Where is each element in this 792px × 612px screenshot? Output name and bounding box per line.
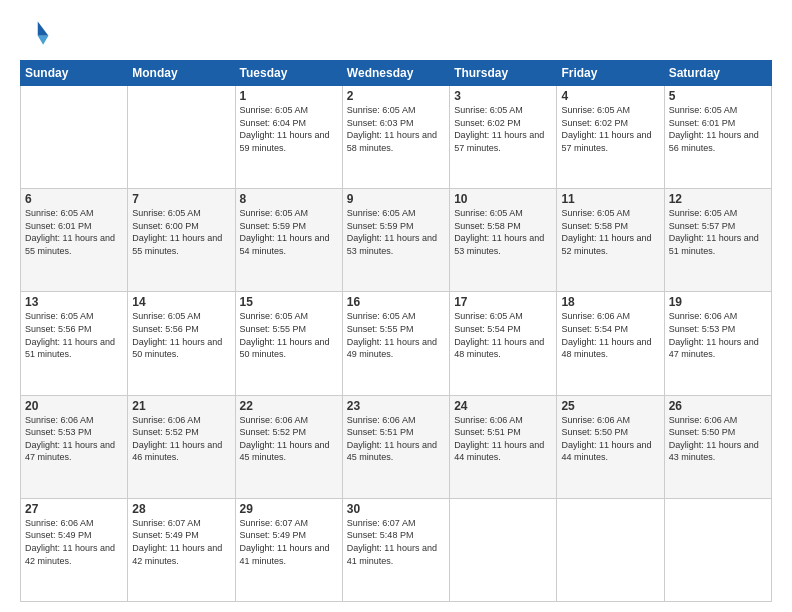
day-number: 24 — [454, 399, 552, 413]
calendar-cell: 24Sunrise: 6:06 AM Sunset: 5:51 PM Dayli… — [450, 395, 557, 498]
logo-icon — [20, 18, 52, 50]
day-number: 21 — [132, 399, 230, 413]
day-number: 11 — [561, 192, 659, 206]
calendar-cell: 11Sunrise: 6:05 AM Sunset: 5:58 PM Dayli… — [557, 189, 664, 292]
calendar-cell: 22Sunrise: 6:06 AM Sunset: 5:52 PM Dayli… — [235, 395, 342, 498]
calendar-cell: 7Sunrise: 6:05 AM Sunset: 6:00 PM Daylig… — [128, 189, 235, 292]
day-info: Sunrise: 6:05 AM Sunset: 6:00 PM Dayligh… — [132, 207, 230, 257]
day-info: Sunrise: 6:06 AM Sunset: 5:53 PM Dayligh… — [25, 414, 123, 464]
calendar-cell: 13Sunrise: 6:05 AM Sunset: 5:56 PM Dayli… — [21, 292, 128, 395]
day-info: Sunrise: 6:06 AM Sunset: 5:50 PM Dayligh… — [669, 414, 767, 464]
day-number: 30 — [347, 502, 445, 516]
day-info: Sunrise: 6:05 AM Sunset: 6:02 PM Dayligh… — [454, 104, 552, 154]
calendar-cell: 20Sunrise: 6:06 AM Sunset: 5:53 PM Dayli… — [21, 395, 128, 498]
calendar-cell: 21Sunrise: 6:06 AM Sunset: 5:52 PM Dayli… — [128, 395, 235, 498]
logo — [20, 18, 56, 50]
day-number: 22 — [240, 399, 338, 413]
day-info: Sunrise: 6:05 AM Sunset: 5:59 PM Dayligh… — [347, 207, 445, 257]
day-number: 1 — [240, 89, 338, 103]
day-info: Sunrise: 6:05 AM Sunset: 6:02 PM Dayligh… — [561, 104, 659, 154]
day-number: 10 — [454, 192, 552, 206]
day-info: Sunrise: 6:05 AM Sunset: 5:56 PM Dayligh… — [132, 310, 230, 360]
day-info: Sunrise: 6:06 AM Sunset: 5:52 PM Dayligh… — [240, 414, 338, 464]
day-number: 7 — [132, 192, 230, 206]
day-number: 17 — [454, 295, 552, 309]
day-info: Sunrise: 6:05 AM Sunset: 6:04 PM Dayligh… — [240, 104, 338, 154]
weekday-header: Thursday — [450, 61, 557, 86]
day-info: Sunrise: 6:05 AM Sunset: 6:03 PM Dayligh… — [347, 104, 445, 154]
day-number: 20 — [25, 399, 123, 413]
day-number: 6 — [25, 192, 123, 206]
day-number: 19 — [669, 295, 767, 309]
day-info: Sunrise: 6:06 AM Sunset: 5:51 PM Dayligh… — [347, 414, 445, 464]
calendar-cell: 16Sunrise: 6:05 AM Sunset: 5:55 PM Dayli… — [342, 292, 449, 395]
day-info: Sunrise: 6:07 AM Sunset: 5:48 PM Dayligh… — [347, 517, 445, 567]
day-info: Sunrise: 6:05 AM Sunset: 5:59 PM Dayligh… — [240, 207, 338, 257]
day-number: 25 — [561, 399, 659, 413]
header — [20, 18, 772, 50]
day-number: 5 — [669, 89, 767, 103]
calendar-week-row: 13Sunrise: 6:05 AM Sunset: 5:56 PM Dayli… — [21, 292, 772, 395]
day-info: Sunrise: 6:06 AM Sunset: 5:50 PM Dayligh… — [561, 414, 659, 464]
calendar-cell: 8Sunrise: 6:05 AM Sunset: 5:59 PM Daylig… — [235, 189, 342, 292]
calendar-cell: 23Sunrise: 6:06 AM Sunset: 5:51 PM Dayli… — [342, 395, 449, 498]
calendar-cell: 28Sunrise: 6:07 AM Sunset: 5:49 PM Dayli… — [128, 498, 235, 601]
calendar-cell — [21, 86, 128, 189]
calendar-cell: 9Sunrise: 6:05 AM Sunset: 5:59 PM Daylig… — [342, 189, 449, 292]
day-info: Sunrise: 6:05 AM Sunset: 5:58 PM Dayligh… — [561, 207, 659, 257]
day-info: Sunrise: 6:06 AM Sunset: 5:51 PM Dayligh… — [454, 414, 552, 464]
day-info: Sunrise: 6:05 AM Sunset: 5:56 PM Dayligh… — [25, 310, 123, 360]
day-number: 13 — [25, 295, 123, 309]
calendar-cell: 17Sunrise: 6:05 AM Sunset: 5:54 PM Dayli… — [450, 292, 557, 395]
day-number: 16 — [347, 295, 445, 309]
page: SundayMondayTuesdayWednesdayThursdayFrid… — [0, 0, 792, 612]
calendar-cell: 5Sunrise: 6:05 AM Sunset: 6:01 PM Daylig… — [664, 86, 771, 189]
day-number: 29 — [240, 502, 338, 516]
day-info: Sunrise: 6:05 AM Sunset: 5:58 PM Dayligh… — [454, 207, 552, 257]
day-number: 9 — [347, 192, 445, 206]
day-number: 27 — [25, 502, 123, 516]
calendar-cell: 29Sunrise: 6:07 AM Sunset: 5:49 PM Dayli… — [235, 498, 342, 601]
day-info: Sunrise: 6:05 AM Sunset: 6:01 PM Dayligh… — [25, 207, 123, 257]
day-number: 15 — [240, 295, 338, 309]
day-info: Sunrise: 6:06 AM Sunset: 5:53 PM Dayligh… — [669, 310, 767, 360]
calendar-week-row: 1Sunrise: 6:05 AM Sunset: 6:04 PM Daylig… — [21, 86, 772, 189]
day-info: Sunrise: 6:06 AM Sunset: 5:52 PM Dayligh… — [132, 414, 230, 464]
calendar-week-row: 27Sunrise: 6:06 AM Sunset: 5:49 PM Dayli… — [21, 498, 772, 601]
weekday-header: Wednesday — [342, 61, 449, 86]
day-info: Sunrise: 6:05 AM Sunset: 6:01 PM Dayligh… — [669, 104, 767, 154]
day-number: 8 — [240, 192, 338, 206]
calendar-cell: 10Sunrise: 6:05 AM Sunset: 5:58 PM Dayli… — [450, 189, 557, 292]
day-info: Sunrise: 6:05 AM Sunset: 5:54 PM Dayligh… — [454, 310, 552, 360]
calendar-cell: 12Sunrise: 6:05 AM Sunset: 5:57 PM Dayli… — [664, 189, 771, 292]
calendar-cell: 18Sunrise: 6:06 AM Sunset: 5:54 PM Dayli… — [557, 292, 664, 395]
day-number: 2 — [347, 89, 445, 103]
calendar-cell: 30Sunrise: 6:07 AM Sunset: 5:48 PM Dayli… — [342, 498, 449, 601]
day-info: Sunrise: 6:05 AM Sunset: 5:57 PM Dayligh… — [669, 207, 767, 257]
calendar-cell: 15Sunrise: 6:05 AM Sunset: 5:55 PM Dayli… — [235, 292, 342, 395]
calendar-week-row: 20Sunrise: 6:06 AM Sunset: 5:53 PM Dayli… — [21, 395, 772, 498]
calendar-cell: 3Sunrise: 6:05 AM Sunset: 6:02 PM Daylig… — [450, 86, 557, 189]
calendar-cell: 2Sunrise: 6:05 AM Sunset: 6:03 PM Daylig… — [342, 86, 449, 189]
calendar-cell: 1Sunrise: 6:05 AM Sunset: 6:04 PM Daylig… — [235, 86, 342, 189]
calendar-cell: 27Sunrise: 6:06 AM Sunset: 5:49 PM Dayli… — [21, 498, 128, 601]
day-number: 4 — [561, 89, 659, 103]
weekday-header: Saturday — [664, 61, 771, 86]
weekday-header: Friday — [557, 61, 664, 86]
calendar-cell: 4Sunrise: 6:05 AM Sunset: 6:02 PM Daylig… — [557, 86, 664, 189]
day-number: 14 — [132, 295, 230, 309]
svg-marker-0 — [38, 22, 49, 36]
svg-marker-1 — [38, 36, 49, 45]
day-info: Sunrise: 6:06 AM Sunset: 5:49 PM Dayligh… — [25, 517, 123, 567]
weekday-header: Sunday — [21, 61, 128, 86]
day-number: 28 — [132, 502, 230, 516]
day-info: Sunrise: 6:07 AM Sunset: 5:49 PM Dayligh… — [132, 517, 230, 567]
calendar-cell — [128, 86, 235, 189]
weekday-header: Tuesday — [235, 61, 342, 86]
calendar-cell — [557, 498, 664, 601]
day-number: 23 — [347, 399, 445, 413]
weekday-header-row: SundayMondayTuesdayWednesdayThursdayFrid… — [21, 61, 772, 86]
calendar-cell: 6Sunrise: 6:05 AM Sunset: 6:01 PM Daylig… — [21, 189, 128, 292]
day-number: 3 — [454, 89, 552, 103]
calendar-week-row: 6Sunrise: 6:05 AM Sunset: 6:01 PM Daylig… — [21, 189, 772, 292]
